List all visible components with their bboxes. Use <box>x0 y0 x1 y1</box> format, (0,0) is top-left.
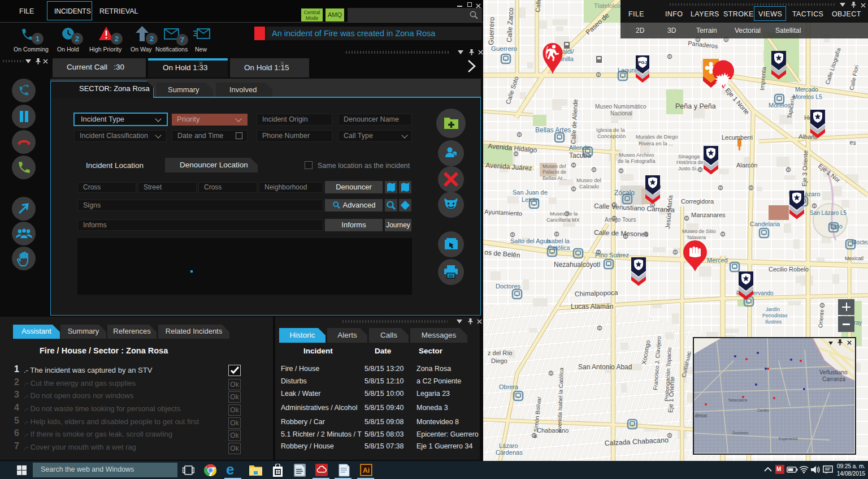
svg-text:Cárdenas: Cárdenas <box>496 449 523 456</box>
svg-text:Esperanza: Esperanza <box>779 437 798 441</box>
svg-text:Justo Si...: Justo Si... <box>678 166 701 171</box>
svg-text:Guerrero: Guerrero <box>491 45 517 52</box>
svg-text:San Lázaro L5: San Lázaro L5 <box>810 210 847 216</box>
svg-text:Museo de Sitio: Museo de Sitio <box>682 228 716 234</box>
svg-text:Zócalo: Zócalo <box>614 189 635 197</box>
svg-text:Salto del Agua: Salto del Agua <box>510 238 551 244</box>
svg-text:Mexicatl: Mexicatl <box>845 256 863 261</box>
svg-text:Peña y Peña: Peña y Peña <box>675 102 716 110</box>
svg-text:Diego: Diego <box>491 357 507 364</box>
svg-text:Museo del: Museo del <box>576 177 601 183</box>
svg-text:z del Río: z del Río <box>488 349 512 356</box>
svg-text:Ilustres: Ilustres <box>765 319 782 325</box>
svg-text:Cecilio Robelo: Cecilio Robelo <box>769 266 809 273</box>
svg-text:Concepción: Concepción <box>597 133 626 139</box>
svg-text:Doctores: Doctores <box>496 283 521 290</box>
svg-text:Morelos L5: Morelos L5 <box>793 93 822 100</box>
svg-text:Rivera en la ...: Rivera en la ... <box>639 140 673 146</box>
svg-text:Mercado: Mercado <box>795 86 818 93</box>
svg-text:PGJ: PGJ <box>638 60 647 65</box>
svg-text:Obrera: Obrera <box>499 383 519 390</box>
svg-text:Veñustiano: Veñustiano <box>819 369 848 376</box>
svg-text:Palacio de: Palacio de <box>542 169 566 175</box>
svg-text:Periodistas: Periodistas <box>762 313 788 318</box>
svg-text:émoc: émoc <box>695 413 708 418</box>
svg-text:Pino Suárez: Pino Suárez <box>595 252 629 258</box>
svg-text:Museo Numismático: Museo Numismático <box>595 103 646 110</box>
svg-text:Doctores: Doctores <box>732 431 749 435</box>
svg-text:Letrán: Letrán <box>522 196 539 203</box>
svg-text:Carranza: Carranza <box>822 376 846 382</box>
svg-text:Calzado: Calzado <box>579 183 599 189</box>
svg-text:Manzanares: Manzanares <box>691 212 726 218</box>
svg-text:Centro: Centro <box>757 408 769 412</box>
svg-text:Católica: Católica <box>548 244 571 251</box>
svg-text:Museo de la: Museo de la <box>550 211 578 217</box>
svg-text:Isabel la: Isabel la <box>546 238 570 244</box>
svg-text:Histórica de: Histórica de <box>676 159 704 165</box>
svg-text:Chabacano: Chabacano <box>537 427 568 434</box>
svg-text:Alarcón: Alarcón <box>736 162 757 169</box>
svg-text:Chimalpopoca: Chimalpopoca <box>575 288 618 298</box>
svg-text:Jardín: Jardín <box>766 307 780 312</box>
svg-text:Tlatelolco: Tlatelolco <box>594 2 620 9</box>
svg-text:Sinagoga: Sinagoga <box>678 154 700 159</box>
svg-text:es: es <box>849 139 857 146</box>
svg-text:Allende: Allende <box>569 144 590 151</box>
svg-text:Murales de Diego: Murales de Diego <box>636 133 678 140</box>
svg-text:San Juan de: San Juan de <box>513 189 548 196</box>
svg-text:Cancillería MX: Cancillería MX <box>546 217 580 223</box>
svg-text:Moctezu: Moctezu <box>852 239 868 245</box>
svg-text:Bellas Ar...: Bellas Ar... <box>542 175 567 181</box>
svg-text:Lucas Alamán: Lucas Alamán <box>571 303 613 310</box>
svg-text:San Antonio Abad: San Antonio Abad <box>578 363 632 371</box>
svg-text:Nezahualcóyotl: Nezahualcóyotl <box>554 261 600 269</box>
svg-text:Lecumberri: Lecumberri <box>722 134 753 141</box>
svg-text:Museo Archivo: Museo Archivo <box>619 152 654 158</box>
svg-text:Guerrero: Guerrero <box>487 17 496 46</box>
svg-text:Amigo Tours: Amigo Tours <box>605 217 636 223</box>
svg-text:Ai: Ai <box>363 467 370 474</box>
svg-text:Eje 3 Oriente: Eje 3 Oriente <box>801 150 809 187</box>
svg-text:Iglesia de la: Iglesia de la <box>596 127 625 133</box>
svg-text:de la Fotografía: de la Fotografía <box>618 158 656 164</box>
svg-text:Corregidora: Corregidora <box>681 198 714 205</box>
svg-text:Nacional: Nacional <box>610 110 632 116</box>
svg-text:Lázaro: Lázaro <box>499 442 518 449</box>
svg-text:Talavera: Talavera <box>687 235 706 240</box>
svg-text:Museo del: Museo del <box>542 163 566 169</box>
svg-text:Tapo: Tapo <box>829 223 843 230</box>
svg-text:Candelaria: Candelaria <box>750 221 780 227</box>
svg-text:Tacuba: Tacuba <box>569 152 591 159</box>
svg-text:Tabacalera: Tabacalera <box>728 398 747 402</box>
svg-text:Merced: Merced <box>707 257 728 264</box>
svg-text:Bellas Artes: Bellas Artes <box>535 126 571 134</box>
